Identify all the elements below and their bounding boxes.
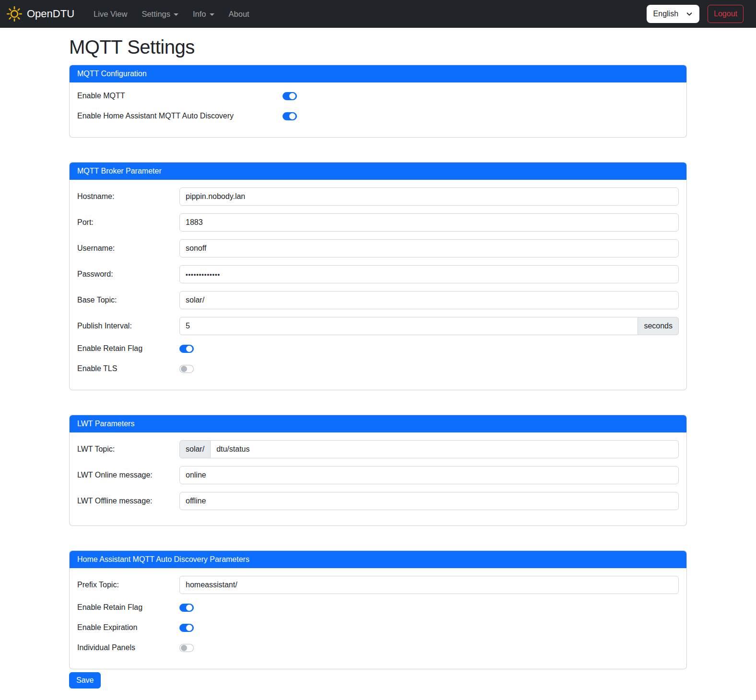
username-input[interactable] xyxy=(179,239,679,257)
mqtt-configuration-body: Enable MQTT Enable Home Assistant MQTT A… xyxy=(70,82,686,137)
nav-item-about[interactable]: About xyxy=(222,6,256,23)
lwt-topic-input[interactable] xyxy=(211,440,679,458)
password-input[interactable] xyxy=(179,265,679,283)
save-button[interactable]: Save xyxy=(69,672,101,688)
individual-panels-label: Individual Panels xyxy=(77,643,179,652)
lwt-online-label: LWT Online message: xyxy=(77,471,179,479)
toggle-knob xyxy=(289,113,295,119)
lwt-offline-label: LWT Offline message: xyxy=(77,497,179,505)
top-navbar: OpenDTU Live View Settings Info About En… xyxy=(0,0,756,28)
ha-enable-retain-row: Enable Retain Flag xyxy=(77,602,679,613)
ha-enable-retain-toggle[interactable] xyxy=(179,604,194,612)
lwt-topic-label: LWT Topic: xyxy=(77,445,179,454)
enable-ha-discovery-label: Enable Home Assistant MQTT Auto Discover… xyxy=(77,112,283,120)
publish-interval-label: Publish Interval: xyxy=(77,322,179,330)
enable-tls-toggle[interactable] xyxy=(179,365,194,373)
lwt-body: LWT Topic: solar/ LWT Online message: LW… xyxy=(70,432,686,525)
nav-links: Live View Settings Info About xyxy=(87,6,256,23)
publish-interval-row: Publish Interval: seconds xyxy=(77,317,679,335)
navbar-right: English Logout xyxy=(647,5,744,23)
password-row: Password: xyxy=(77,265,679,283)
page-title: MQTT Settings xyxy=(69,36,687,58)
chevron-down-icon xyxy=(174,13,178,16)
lwt-header: LWT Parameters xyxy=(70,415,686,432)
enable-mqtt-row: Enable MQTT xyxy=(77,90,679,102)
enable-ha-discovery-row: Enable Home Assistant MQTT Auto Discover… xyxy=(77,110,679,122)
hostname-label: Hostname: xyxy=(77,192,179,201)
nav-item-live-view[interactable]: Live View xyxy=(87,6,134,23)
mqtt-configuration-header: MQTT Configuration xyxy=(70,65,686,82)
individual-panels-row: Individual Panels xyxy=(77,642,679,653)
toggle-knob xyxy=(181,645,187,651)
publish-interval-unit: seconds xyxy=(638,317,679,335)
logout-button[interactable]: Logout xyxy=(708,5,744,23)
enable-ha-discovery-toggle[interactable] xyxy=(283,112,297,120)
mqtt-broker-header: MQTT Broker Parameter xyxy=(70,163,686,180)
username-row: Username: xyxy=(77,239,679,257)
lwt-card: LWT Parameters LWT Topic: solar/ LWT Onl… xyxy=(69,415,687,526)
language-selected-value: English xyxy=(653,10,678,18)
language-select[interactable]: English xyxy=(647,5,699,23)
base-topic-label: Base Topic: xyxy=(77,296,179,304)
lwt-online-row: LWT Online message: xyxy=(77,466,679,484)
ha-enable-retain-label: Enable Retain Flag xyxy=(77,603,179,612)
toggle-knob xyxy=(186,625,192,631)
toggle-knob xyxy=(186,605,192,611)
port-input[interactable] xyxy=(179,213,679,232)
prefix-topic-row: Prefix Topic: xyxy=(77,576,679,594)
enable-expiration-label: Enable Expiration xyxy=(77,623,179,632)
port-label: Port: xyxy=(77,218,179,227)
brand-title: OpenDTU xyxy=(27,8,74,20)
enable-mqtt-label: Enable MQTT xyxy=(77,92,283,100)
enable-mqtt-toggle[interactable] xyxy=(283,92,297,100)
enable-expiration-row: Enable Expiration xyxy=(77,622,679,633)
save-area: Save xyxy=(69,672,687,700)
main-content: MQTT Settings MQTT Configuration Enable … xyxy=(69,28,687,700)
toggle-knob xyxy=(186,346,192,352)
enable-tls-label: Enable TLS xyxy=(77,364,179,373)
publish-interval-input[interactable] xyxy=(179,317,638,335)
ha-discovery-card: Home Assistant MQTT Auto Discovery Param… xyxy=(69,550,687,669)
nav-item-info-label: Info xyxy=(193,10,206,19)
enable-tls-row: Enable TLS xyxy=(77,363,679,374)
lwt-online-input[interactable] xyxy=(179,466,679,484)
lwt-topic-row: LWT Topic: solar/ xyxy=(77,440,679,458)
toggle-knob xyxy=(181,366,187,372)
hostname-input[interactable] xyxy=(179,187,679,206)
lwt-offline-input[interactable] xyxy=(179,492,679,510)
ha-discovery-header: Home Assistant MQTT Auto Discovery Param… xyxy=(70,551,686,568)
port-row: Port: xyxy=(77,213,679,232)
enable-expiration-toggle[interactable] xyxy=(179,624,194,632)
enable-retain-row: Enable Retain Flag xyxy=(77,343,679,354)
prefix-topic-input[interactable] xyxy=(179,576,679,594)
username-label: Username: xyxy=(77,244,179,253)
mqtt-broker-card: MQTT Broker Parameter Hostname: Port: Us… xyxy=(69,162,687,390)
ha-discovery-body: Prefix Topic: Enable Retain Flag Enable … xyxy=(70,568,686,669)
lwt-topic-prefix: solar/ xyxy=(179,440,211,458)
mqtt-broker-body: Hostname: Port: Username: Password: Base… xyxy=(70,180,686,390)
chevron-down-icon xyxy=(210,13,214,16)
chevron-down-icon xyxy=(686,11,693,17)
base-topic-input[interactable] xyxy=(179,291,679,309)
sun-logo-icon xyxy=(6,5,23,23)
nav-item-settings[interactable]: Settings xyxy=(135,6,185,23)
lwt-offline-row: LWT Offline message: xyxy=(77,492,679,510)
prefix-topic-label: Prefix Topic: xyxy=(77,581,179,589)
mqtt-configuration-card: MQTT Configuration Enable MQTT Enable Ho… xyxy=(69,65,687,138)
base-topic-row: Base Topic: xyxy=(77,291,679,309)
enable-retain-toggle[interactable] xyxy=(179,345,194,353)
nav-item-info[interactable]: Info xyxy=(186,6,221,23)
password-label: Password: xyxy=(77,270,179,279)
nav-item-settings-label: Settings xyxy=(142,10,170,19)
hostname-row: Hostname: xyxy=(77,187,679,206)
brand[interactable]: OpenDTU xyxy=(6,5,74,23)
toggle-knob xyxy=(289,93,295,99)
enable-retain-label: Enable Retain Flag xyxy=(77,344,179,353)
individual-panels-toggle[interactable] xyxy=(179,644,194,652)
